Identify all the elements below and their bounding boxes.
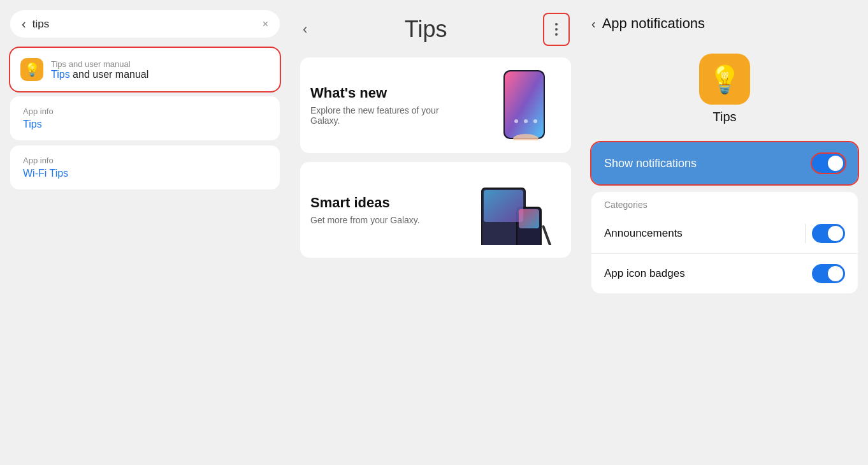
search-result-card[interactable]: 💡 Tips and user manual Tips and user man… [10,48,280,91]
result-title-plain: and user manual [70,69,149,80]
tips-lightbulb-icon: 💡 [708,64,741,95]
smart-ideas-text: Smart ideas Get more from your Galaxy. [310,195,420,225]
middle-header: ‹ Tips [300,10,571,48]
svg-rect-11 [484,190,523,222]
announcements-toggle[interactable] [812,224,845,243]
toggle-thumb [828,156,843,171]
svg-point-4 [533,119,537,123]
dot-1 [555,23,558,26]
svg-point-2 [514,119,518,123]
dot-2 [555,28,558,31]
result-title-highlight: Tips [51,69,70,80]
whats-new-image [478,70,561,140]
left-panel: ‹ × 💡 Tips and user manual Tips and user… [0,0,290,465]
app-notifications-title: App notifications [602,15,705,32]
wifi-prefix: Wi-Fi [23,168,49,179]
app-info-link-tips[interactable]: Tips [23,119,267,130]
show-notifications-toggle[interactable] [812,154,845,173]
whats-new-description: Explore the new features of your Galaxy. [310,105,470,126]
wifi-tips-link[interactable]: Tips [49,168,68,179]
search-input[interactable] [33,18,256,31]
app-info-label-2: App info [23,156,267,165]
announcements-label: Announcements [604,227,683,240]
tips-app-icon-large: 💡 [699,54,750,105]
svg-rect-12 [519,209,539,228]
result-item-tips[interactable]: 💡 Tips and user manual Tips and user man… [20,58,270,81]
smart-ideas-description: Get more from your Galaxy. [310,215,420,225]
whats-new-text: What's new Explore the new features of y… [310,85,470,126]
result-text-block: Tips and user manual Tips and user manua… [51,59,148,80]
app-info-wifi-tips[interactable]: App info Wi-Fi Tips [10,145,280,189]
search-clear-button[interactable]: × [263,18,268,30]
devices-svg [478,175,561,245]
categories-label: Categories [591,192,858,214]
whats-new-card[interactable]: What's new Explore the new features of y… [300,57,571,153]
phone-svg [478,70,561,140]
show-notifications-row[interactable]: Show notifications [591,142,858,184]
more-dots-icon [555,23,558,36]
tips-app-name: Tips [712,110,736,124]
announcements-row[interactable]: Announcements [591,214,858,254]
result-title: Tips and user manual [51,69,148,80]
right-panel: ‹ App notifications 💡 Tips Show notifica… [581,0,868,465]
app-info-label-1: App info [23,107,267,116]
lightbulb-icon: 💡 [24,62,40,77]
app-icon-badges-toggle-thumb [828,266,843,281]
show-notifications-label: Show notifications [604,157,697,170]
app-icon-badges-row[interactable]: App icon badges [591,254,858,293]
smart-ideas-card[interactable]: Smart ideas Get more from your Galaxy. [300,162,571,258]
more-options-button[interactable] [544,14,568,45]
app-info-section: 💡 Tips [591,47,858,135]
svg-rect-1 [505,71,544,138]
svg-rect-10 [542,225,555,245]
tips-app-icon-small: 💡 [20,58,43,81]
right-header: ‹ App notifications [591,10,858,40]
middle-page-title: Tips [307,16,544,43]
middle-back-arrow[interactable]: ‹ [303,21,307,38]
search-back-arrow[interactable]: ‹ [22,17,26,31]
app-icon-badges-label: App icon badges [604,267,685,280]
categories-section: Categories Announcements App icon badges [591,192,858,293]
app-icon-badges-toggle[interactable] [812,264,845,283]
result-subtitle: Tips and user manual [51,59,148,69]
middle-panel: ‹ Tips What's new Explore the new featur… [290,0,581,465]
right-back-arrow[interactable]: ‹ [591,17,596,31]
app-info-wifi-label: Wi-Fi Tips [23,168,267,179]
cat-divider-1 [805,224,806,243]
announcements-toggle-thumb [828,226,843,241]
svg-point-3 [524,119,528,123]
search-bar[interactable]: ‹ × [10,10,280,38]
whats-new-heading: What's new [310,85,470,101]
app-info-tips[interactable]: App info Tips [10,96,280,140]
smart-ideas-image [478,175,561,245]
dot-3 [555,33,558,36]
smart-ideas-heading: Smart ideas [310,195,420,211]
